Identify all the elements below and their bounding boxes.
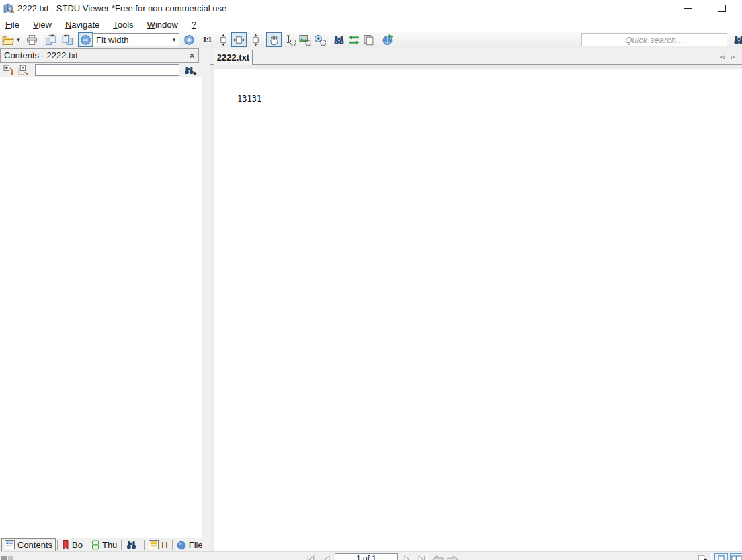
zoom-in-icon: [183, 34, 195, 46]
facing-pages-layout-button[interactable]: [730, 553, 742, 560]
minimize-icon: [684, 8, 692, 9]
sidebar-header: Contents - 2222.txt ×: [0, 48, 199, 63]
menu-tools[interactable]: Tools: [108, 17, 138, 32]
rotate-counterclockwise-button[interactable]: [60, 32, 75, 47]
sidebar-tab-files[interactable]: File: [174, 538, 206, 551]
menu-window[interactable]: Window: [142, 17, 183, 32]
collapse-all-button[interactable]: [17, 64, 30, 77]
find-in-contents-button[interactable]: [183, 64, 199, 77]
toolbar-separator: [329, 34, 330, 46]
binoculars-icon: [126, 540, 137, 550]
menu-file[interactable]: File: [1, 17, 24, 32]
fit-width-button[interactable]: [231, 32, 247, 47]
fit-width-icon: [233, 35, 245, 45]
maximize-icon: [718, 5, 726, 12]
copy-page-button[interactable]: [361, 32, 376, 47]
tab-scroll-right-button[interactable]: ▹: [729, 52, 737, 61]
compare-documents-button[interactable]: [346, 32, 361, 47]
rotate-counterclockwise-icon: [61, 34, 73, 46]
next-page-button[interactable]: [401, 553, 414, 560]
zoom-mode-combobox[interactable]: Fit width ▾: [92, 33, 179, 46]
tab-separator: [121, 540, 122, 550]
sidebar-title: Contents - 2222.txt: [1, 50, 186, 61]
collapse-all-icon: [17, 65, 30, 76]
panel-splitter[interactable]: [202, 48, 210, 551]
zoom-out-icon: [80, 34, 91, 46]
select-image-tool-button[interactable]: [298, 32, 313, 47]
select-text-tool-button[interactable]: [283, 32, 298, 47]
contents-filter-input[interactable]: [35, 64, 179, 76]
sidebar-tab-contents[interactable]: Contents: [1, 538, 56, 551]
stdu-viewer-window: 2222.txt - STDU Viewer *Free for non-com…: [0, 0, 742, 560]
quick-search-input[interactable]: [581, 33, 727, 46]
sidebar-tab-bookmarks[interactable]: Bo: [59, 538, 85, 551]
expand-all-icon: [3, 65, 15, 76]
menu-navigate[interactable]: Navigate: [60, 17, 104, 32]
zoom-region-tool-button[interactable]: [313, 32, 327, 47]
sidebar-tab-thumbnails[interactable]: Thu: [89, 538, 120, 551]
binoculars-arrow-icon: [184, 65, 198, 76]
quick-search-go-button[interactable]: [731, 32, 742, 47]
sidebar-tab-search[interactable]: [123, 538, 142, 551]
zoom-out-button[interactable]: [78, 32, 93, 47]
copy-icon: [363, 34, 374, 46]
open-file-dropdown[interactable]: ▾: [15, 32, 22, 47]
single-page-icon: [718, 555, 725, 560]
export-page-button[interactable]: [696, 553, 708, 560]
sidebar-tab-strip: Contents Bo Thu: [0, 538, 202, 551]
tab-separator: [57, 540, 58, 550]
hand-tool-button[interactable]: [266, 32, 282, 47]
history-forward-button[interactable]: [446, 553, 459, 560]
first-page-button[interactable]: [304, 553, 317, 560]
contents-tree[interactable]: [0, 77, 202, 538]
advanced-search-button[interactable]: [331, 32, 346, 47]
open-file-button[interactable]: [1, 32, 15, 47]
sidebar-close-button[interactable]: ×: [186, 50, 198, 61]
binoculars-icon: [733, 34, 742, 46]
swap-arrows-icon: [348, 35, 360, 45]
minimize-button[interactable]: [676, 1, 700, 15]
document-page: 13131: [214, 69, 742, 551]
export-button[interactable]: [380, 32, 396, 47]
toolbar-separator: [264, 34, 265, 46]
toolbar-separator: [76, 34, 77, 46]
single-page-layout-button[interactable]: [714, 553, 728, 560]
page-indicator[interactable]: 1 of 1: [335, 553, 398, 560]
printer-icon: [26, 34, 38, 46]
main-toolbar: ▾: [0, 32, 742, 48]
title-bar: 2222.txt - STDU Viewer *Free for non-com…: [0, 0, 742, 17]
rotate-clockwise-button[interactable]: [44, 32, 58, 47]
document-text: 13131: [237, 94, 261, 104]
statusbar-separator: [711, 554, 712, 560]
actual-size-button[interactable]: 1:1: [200, 32, 214, 47]
document-viewport[interactable]: 13131: [210, 65, 742, 551]
caret-down-icon: ▾: [17, 32, 20, 47]
last-page-button[interactable]: [415, 553, 428, 560]
window-title: 2222.txt - STDU Viewer *Free for non-com…: [17, 0, 226, 17]
history-back-button[interactable]: [431, 553, 444, 560]
menu-help[interactable]: ?: [187, 17, 201, 32]
print-button[interactable]: [24, 32, 39, 47]
fit-page-icon: [218, 34, 229, 46]
open-folder-icon: [2, 35, 14, 45]
tab-scroll-left-button[interactable]: ◃: [718, 52, 727, 61]
fit-height-button[interactable]: [248, 32, 263, 47]
document-tab[interactable]: 2222.txt: [214, 50, 253, 65]
sidebar-tab-highlights[interactable]: H: [146, 538, 170, 551]
hand-tool-icon: [268, 34, 280, 46]
menu-view[interactable]: View: [28, 17, 56, 32]
statusbar-grip-icon: [1, 556, 7, 560]
zoom-in-button[interactable]: [181, 32, 197, 47]
statusbar-separator: [427, 554, 428, 560]
bookmark-icon: [62, 540, 69, 550]
binoculars-icon: [333, 34, 345, 46]
previous-page-button[interactable]: [320, 553, 333, 560]
menu-bar: File View Navigate Tools Window ?: [0, 17, 742, 32]
tab-separator: [87, 540, 87, 550]
forward-arrow-icon: [447, 555, 458, 560]
maximize-button[interactable]: [710, 1, 734, 15]
last-page-icon: [417, 555, 427, 560]
expand-all-button[interactable]: [2, 64, 15, 77]
fit-page-button[interactable]: [216, 32, 231, 47]
next-page-icon: [403, 555, 411, 560]
